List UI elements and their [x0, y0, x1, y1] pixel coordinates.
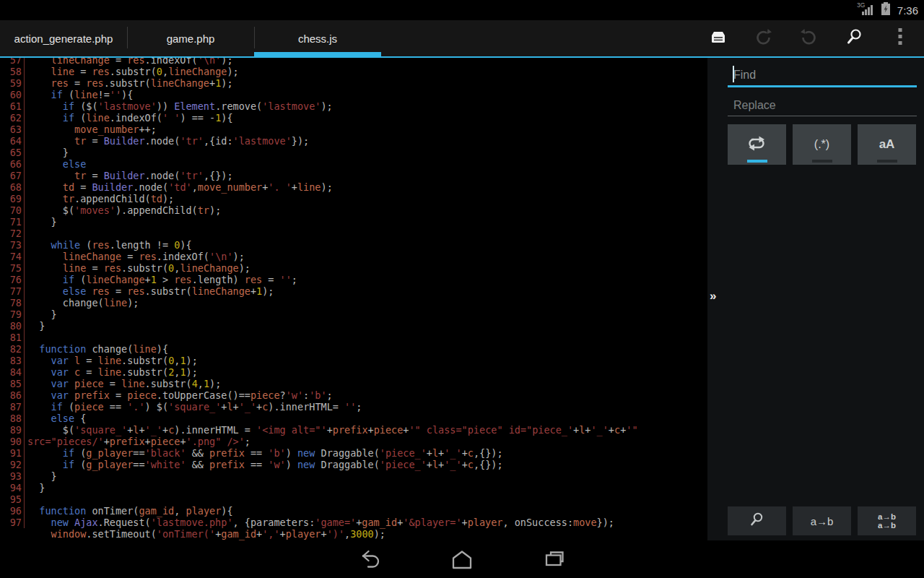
- tab-label: chess.js: [298, 33, 337, 45]
- replace-input[interactable]: [728, 94, 917, 116]
- tab-chess-js[interactable]: chess.js: [254, 20, 381, 56]
- code-line[interactable]: 73 while (res.length != 0){: [0, 239, 638, 251]
- home-button[interactable]: [450, 549, 474, 572]
- line-number: 65: [0, 147, 25, 158]
- code-line[interactable]: 79 }: [0, 309, 638, 320]
- code-line[interactable]: 94 }: [0, 482, 638, 493]
- search-button[interactable]: [832, 20, 877, 56]
- line-number: 87: [0, 401, 25, 413]
- code-text: lineChange = res.indexOf('\n');: [27, 251, 245, 262]
- undo-button[interactable]: [741, 20, 786, 56]
- code-line[interactable]: 57 lineChange = res.indexOf('\n');: [0, 58, 638, 66]
- replace-button[interactable]: a→b: [793, 506, 851, 535]
- undo-circular-arrow-icon: [754, 27, 773, 50]
- code-line[interactable]: window.setTimeout('onTimer('+gam_id+','+…: [0, 528, 638, 540]
- code-line[interactable]: 77 else res = res.substr(lineChange+1);: [0, 285, 638, 297]
- back-button[interactable]: [358, 549, 381, 572]
- action-bar: action_generate.php game.php chess.js: [0, 20, 924, 58]
- code-line[interactable]: 88 else {: [0, 413, 638, 424]
- code-line[interactable]: 80 }: [0, 320, 638, 332]
- wrap-around-toggle[interactable]: [728, 124, 786, 165]
- code-line[interactable]: 67 tr = Builder.node('tr',{});: [0, 170, 638, 181]
- magnifier-icon: [749, 511, 766, 531]
- code-text: }: [27, 309, 57, 320]
- line-number: 74: [0, 251, 25, 262]
- code-line[interactable]: 87 if (piece == '.') $('square_'+l+'_'+c…: [0, 401, 638, 413]
- code-text: line = res.substr(0,lineChange);: [27, 262, 250, 274]
- floppy-disk-icon: [709, 29, 728, 48]
- code-line[interactable]: 65 }: [0, 147, 638, 158]
- code-line[interactable]: 86 var prefix = piece.toUpperCase()==pie…: [0, 389, 638, 401]
- match-case-toggle[interactable]: aA: [858, 124, 916, 165]
- line-number: 58: [0, 66, 25, 77]
- code-text: $('square_'+l+'_'+c).innerHTML = '<img a…: [27, 424, 638, 436]
- replace-all-button[interactable]: a→b a→b: [858, 506, 916, 535]
- line-number: 64: [0, 135, 25, 147]
- line-number: 73: [0, 239, 25, 251]
- code-line[interactable]: 69 tr.appendChild(td);: [0, 193, 638, 204]
- line-number: 60: [0, 89, 25, 100]
- code-text: }: [27, 320, 45, 332]
- code-line[interactable]: 90src="pieces/'+prefix+piece+'.png" />';: [0, 436, 638, 447]
- replace-all-label-bottom: a→b: [878, 521, 896, 530]
- line-number: 84: [0, 366, 25, 378]
- redo-circular-arrow-icon: [799, 27, 819, 50]
- code-text: }: [27, 482, 45, 493]
- code-line[interactable]: 71 }: [0, 216, 638, 228]
- code-line[interactable]: 84 var c = line.substr(2,1);: [0, 366, 638, 378]
- code-text: if (lineChange+1 > res.length) res = '';: [27, 274, 297, 285]
- line-number: 94: [0, 482, 25, 493]
- code-line[interactable]: 93 }: [0, 470, 638, 482]
- code-line[interactable]: 64 tr = Builder.node('tr',{id:'lastmove'…: [0, 135, 638, 147]
- overflow-menu-button[interactable]: [877, 20, 923, 56]
- line-number: 81: [0, 332, 25, 343]
- code-line[interactable]: 83 var l = line.substr(0,1);: [0, 355, 638, 366]
- line-number: 78: [0, 297, 25, 309]
- code-line[interactable]: 68 td = Builder.node('td',move_number+'.…: [0, 181, 638, 193]
- code-line[interactable]: 89 $('square_'+l+'_'+c).innerHTML = '<im…: [0, 424, 638, 436]
- code-line[interactable]: 91 if (g_player=='black' && prefix == 'b…: [0, 447, 638, 459]
- code-line[interactable]: 63 move_number++;: [0, 124, 638, 135]
- code-line[interactable]: 74 lineChange = res.indexOf('\n');: [0, 251, 638, 262]
- code-text: tr = Builder.node('tr',{});: [27, 170, 233, 181]
- code-line[interactable]: 75 line = res.substr(0,lineChange);: [0, 262, 638, 274]
- tab-action-generate-php[interactable]: action_generate.php: [0, 20, 127, 56]
- find-input[interactable]: [728, 64, 917, 85]
- code-line[interactable]: 72: [0, 228, 638, 239]
- save-button[interactable]: [695, 20, 741, 56]
- code-line[interactable]: 58 line = res.substr(0,lineChange);: [0, 66, 638, 77]
- code-line[interactable]: 97 new Ajax.Request('lastmove.php', {par…: [0, 517, 638, 528]
- line-number: 80: [0, 320, 25, 332]
- code-line[interactable]: 81: [0, 332, 638, 343]
- code-line[interactable]: 61 if ($('lastmove')) Element.remove('la…: [0, 100, 638, 112]
- code-line[interactable]: 70 $('moves').appendChild(tr);: [0, 204, 638, 216]
- home-outline-icon: [450, 548, 474, 573]
- code-line[interactable]: 59 res = res.substr(lineChange+1);: [0, 77, 638, 89]
- code-line[interactable]: 62 if (line.indexOf(' ') == -1){: [0, 112, 638, 124]
- code-text: res = res.substr(lineChange+1);: [27, 77, 233, 89]
- line-number: 86: [0, 389, 25, 401]
- code-text: else {: [27, 413, 86, 424]
- code-line[interactable]: 60 if (line!=''){: [0, 89, 638, 100]
- regex-toggle[interactable]: (.*): [793, 124, 851, 165]
- code-line[interactable]: 85 var piece = line.substr(4,1);: [0, 378, 638, 389]
- code-line[interactable]: 66 else: [0, 158, 638, 170]
- line-number: 70: [0, 204, 25, 216]
- code-text: else: [27, 158, 86, 170]
- code-editor[interactable]: 57 lineChange = res.indexOf('\n');58 lin…: [0, 58, 707, 543]
- code-line[interactable]: 76 if (lineChange+1 > res.length) res = …: [0, 274, 638, 285]
- code-line[interactable]: 96 function onTimer(gam_id, player){: [0, 505, 638, 517]
- code-line[interactable]: 82 function change(line){: [0, 343, 638, 355]
- redo-button[interactable]: [786, 20, 832, 56]
- find-next-button[interactable]: [728, 506, 786, 535]
- tab-label: action_generate.php: [14, 33, 113, 45]
- tab-game-php[interactable]: game.php: [127, 20, 254, 56]
- code-text: else res = res.substr(lineChange+1);: [27, 285, 274, 297]
- code-text: src="pieces/'+prefix+piece+'.png" />';: [27, 436, 250, 447]
- recents-button[interactable]: [543, 549, 566, 572]
- code-text: var c = line.substr(2,1);: [27, 366, 198, 378]
- code-line[interactable]: 95: [0, 493, 638, 505]
- panel-collapse-chevron-icon[interactable]: »: [710, 289, 716, 303]
- code-line[interactable]: 92 if (g_player=='white' && prefix == 'w…: [0, 459, 638, 470]
- code-line[interactable]: 78 change(line);: [0, 297, 638, 309]
